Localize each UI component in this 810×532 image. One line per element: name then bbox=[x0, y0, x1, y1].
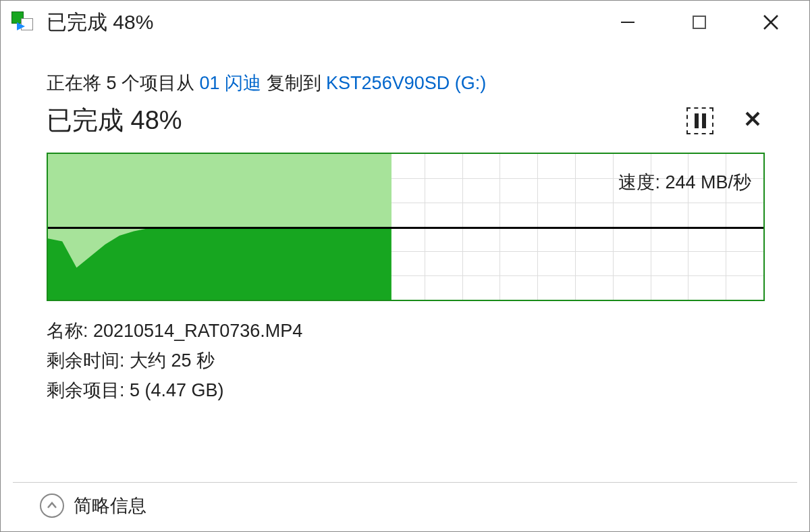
name-value: 20210514_RAT0736.MP4 bbox=[93, 321, 302, 341]
copy-prefix: 正在将 5 个项目从 bbox=[47, 73, 200, 93]
progress-row: 已完成 48% bbox=[47, 103, 769, 138]
close-button[interactable] bbox=[755, 7, 786, 38]
content: 正在将 5 个项目从 01 闪迪 复制到 KST256V90SD (G:) 已完… bbox=[1, 44, 809, 402]
copy-dialog-window: 已完成 48% 正在将 5 个项目从 01 闪迪 复制到 KST256V90SD… bbox=[0, 0, 810, 532]
detail-items: 剩余项目: 5 (4.47 GB) bbox=[47, 378, 769, 402]
items-label: 剩余项目: bbox=[47, 380, 130, 400]
close-icon bbox=[745, 111, 761, 127]
toggle-label: 简略信息 bbox=[74, 494, 146, 518]
copy-mid: 复制到 bbox=[261, 73, 326, 93]
svg-rect-1 bbox=[693, 16, 705, 28]
svg-marker-6 bbox=[48, 227, 392, 300]
progress-text: 已完成 48% bbox=[47, 103, 182, 138]
window-controls bbox=[612, 7, 803, 38]
copy-icon bbox=[11, 11, 38, 33]
progress-controls bbox=[686, 107, 769, 134]
speed-label: 速度: 244 MB/秒 bbox=[618, 170, 751, 194]
pause-button[interactable] bbox=[686, 107, 713, 134]
detail-name: 名称: 20210514_RAT0736.MP4 bbox=[47, 319, 769, 343]
chevron-up-icon bbox=[40, 494, 64, 518]
titlebar: 已完成 48% bbox=[1, 1, 809, 44]
minimize-button[interactable] bbox=[612, 7, 643, 38]
time-value: 大约 25 秒 bbox=[130, 350, 215, 371]
detail-time: 剩余时间: 大约 25 秒 bbox=[47, 348, 769, 373]
details-toggle[interactable]: 简略信息 bbox=[40, 494, 146, 518]
cancel-button[interactable] bbox=[745, 110, 761, 132]
source-link[interactable]: 01 闪迪 bbox=[200, 73, 262, 93]
separator bbox=[13, 482, 797, 483]
dest-link[interactable]: KST256V90SD (G:) bbox=[326, 73, 486, 93]
speed-chart[interactable]: 速度: 244 MB/秒 bbox=[47, 153, 765, 301]
name-label: 名称: bbox=[47, 321, 93, 341]
pause-icon bbox=[695, 113, 706, 128]
time-label: 剩余时间: bbox=[47, 350, 130, 371]
items-value: 5 (4.47 GB) bbox=[130, 380, 224, 400]
window-title: 已完成 48% bbox=[47, 9, 153, 36]
copy-description: 正在将 5 个项目从 01 闪迪 复制到 KST256V90SD (G:) bbox=[47, 71, 769, 95]
maximize-button[interactable] bbox=[684, 7, 715, 38]
chart-midline bbox=[48, 227, 763, 229]
